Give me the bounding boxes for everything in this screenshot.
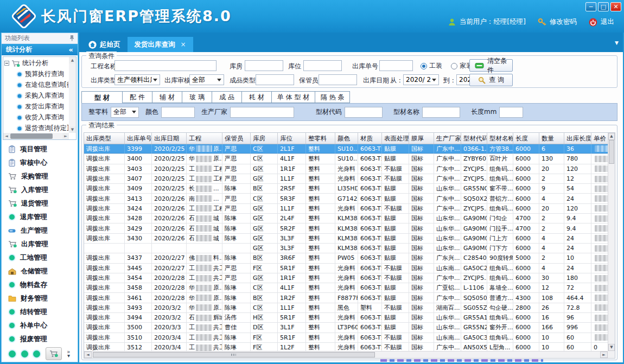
column-header-code[interactable]: 型材代码	[461, 133, 487, 144]
tree-root-item[interactable]: 统计分析	[4, 58, 68, 69]
table-row[interactable]: 调拨出库35002020/3/3工共工程曹佳D区3L1F整料LT3P606063…	[84, 323, 615, 333]
cart-quick-button[interactable]	[46, 347, 62, 360]
order-no-input[interactable]	[379, 60, 413, 71]
table-row[interactable]: 调拨出库34292020/2/26石城陈琳G区5R2F整料KLM38176063…	[84, 223, 615, 233]
scroll-up-icon[interactable]: ▲	[608, 133, 615, 140]
scrollbar-thumb[interactable]	[609, 140, 614, 164]
pin-icon[interactable]	[69, 35, 74, 41]
table-row[interactable]: 调拨出库34302020/2/26石城陈琳G区3L3F整料KLM38176063…	[84, 234, 615, 244]
scroll-right-icon[interactable]: ►	[62, 133, 69, 139]
tree-item[interactable]: 发货出库查询	[4, 101, 68, 112]
scroll-up-icon[interactable]: ▲	[69, 57, 76, 63]
change-password-button[interactable]: 修改密码	[538, 17, 577, 27]
manufacturer-input[interactable]	[230, 107, 294, 118]
table-vertical-scrollbar[interactable]: ▲ ▼	[608, 133, 615, 351]
date-from-select[interactable]: 2020/ 2/16	[403, 74, 439, 85]
column-header-color[interactable]: 颜色	[335, 133, 358, 144]
tab-list-dropdown-icon[interactable]: ▼	[615, 40, 619, 46]
sidebar-item-material-inventory[interactable]: 物料盘存	[2, 278, 78, 292]
column-header-film[interactable]: 膜厚	[409, 133, 434, 144]
collapse-icon[interactable]: «	[69, 46, 73, 54]
tree-vertical-scrollbar[interactable]: ▲ ▼	[69, 57, 76, 133]
table-row[interactable]: 调拨出库34032020/2/25工工程严思G区1R1F整料光身料6063-T5…	[84, 164, 615, 174]
table-row[interactable]: 调拨出库34582020/2/28华原...陈琳C区4L1F整料光身料6063-…	[84, 283, 615, 293]
sidebar-item-purchase-mgmt[interactable]: 采购管理	[2, 170, 78, 183]
table-row[interactable]: 调拨出库34932020/3/2华原...陈琳C区1L1F整料黑色塑料不贴膜国标…	[84, 303, 615, 313]
sidebar-item-return-stock-mgmt[interactable]: 退库管理	[2, 210, 78, 224]
keeper-input[interactable]	[319, 74, 357, 85]
profile-name-input[interactable]	[422, 107, 460, 118]
scrollbar-thumb[interactable]	[93, 352, 375, 357]
sidebar-item-carryover-mgmt[interactable]: 结转管理	[2, 305, 78, 319]
scroll-left-icon[interactable]: ◄	[3, 133, 10, 139]
search-button[interactable]: 查 询	[469, 74, 513, 86]
tab-home[interactable]: 起始页	[81, 37, 128, 52]
table-horizontal-scrollbar[interactable]: ◄ ►	[84, 351, 608, 358]
tree-item[interactable]: 退货查询[待定]	[4, 123, 68, 133]
scroll-down-icon[interactable]: ▼	[69, 126, 76, 133]
quick-item-icon[interactable]	[9, 350, 16, 357]
scrollbar-thumb[interactable]	[10, 133, 53, 139]
table-row[interactable]: 调拨出库34452020/2/27工共工程严思F区5R1F整料光身料6063-T…	[84, 264, 615, 273]
table-row[interactable]: G区3L3F整料KLM38176063-T5贴膜国标山东华...GA90M09.…	[84, 244, 615, 253]
table-row[interactable]: 调拨出库34942020/3/2石辉城汤伟H区5R1F整料光身料6063-T5贴…	[84, 313, 615, 323]
product-type-input[interactable]	[256, 74, 294, 85]
sidebar-item-inbound-mgmt[interactable]: 入库管理	[2, 183, 78, 197]
sidebar-item-reorder-center[interactable]: 补单中心	[2, 319, 78, 333]
sidebar-item-finance-mgmt[interactable]: 财务管理	[2, 292, 78, 305]
column-header-loc[interactable]: 库位	[278, 133, 306, 144]
sidebar-item-warehouse-mgmt[interactable]: 仓储管理	[2, 265, 78, 278]
table-row[interactable]: 调拨出库35102020/3/4工共工程陈琳F区5R1F整料光身料6063-T5…	[84, 333, 615, 343]
whole-part-select[interactable]: 全部	[111, 107, 139, 118]
column-header-keeper[interactable]: 保管员	[222, 133, 251, 144]
table-row[interactable]: 调拨出库34372020/2/27佛料...陈琳B区3R6F整料PW056063…	[84, 253, 615, 263]
table-row[interactable]: 调拨出库34242020/2/26工工程严思G区1L1F整料光身料6063-T5…	[84, 204, 615, 214]
maximize-button[interactable]: □	[598, 2, 609, 11]
close-button[interactable]: ✕	[610, 2, 621, 11]
table-row[interactable]: 调拨出库34612020/2/28华原...陈琳B区1R2F整料F8877FT6…	[84, 293, 615, 303]
tab-shipment-outbound-query[interactable]: 发货出库查询×	[128, 37, 193, 52]
material-tab-consumable[interactable]: 耗 材	[242, 91, 272, 103]
column-header-name[interactable]: 型材名称	[487, 133, 513, 144]
material-tab-accessory[interactable]: 配 件	[123, 91, 152, 103]
tree-horizontal-scrollbar[interactable]: ◄ ►	[3, 133, 69, 139]
column-header-wh[interactable]: 库房	[251, 133, 278, 144]
sidebar-item-production-mgmt[interactable]: 生产管理	[2, 224, 78, 238]
table-row[interactable]: 调拨出库34092020/2/25长...陈琳B区2R5F整料LI35HD606…	[84, 184, 615, 194]
table-row[interactable]: 调拨出库34002020/2/25华原...严思C区4L1F整料SU10...6…	[84, 154, 615, 164]
tree-item[interactable]: 在途信息查询[待	[4, 80, 68, 91]
sidebar-item-scrap-mgmt[interactable]: 报废管理	[2, 333, 78, 346]
table-row[interactable]: 调拨出库34072020/2/25工工程严思G区1L1F整料光身料6063-T5…	[84, 174, 615, 184]
material-tab-thermal-strip[interactable]: 隔 热 条	[315, 91, 350, 103]
table-row[interactable]: 调拨出库34132020/2/26南...严思C区5R3F整料G71422606…	[84, 194, 615, 203]
location-input[interactable]	[303, 60, 342, 71]
column-header-proj[interactable]: 工程	[187, 133, 222, 144]
column-header-surf[interactable]: 表面处理	[382, 133, 409, 144]
audit-select[interactable]: 全部	[189, 74, 224, 85]
column-header-mfr[interactable]: 生产厂家	[434, 133, 461, 144]
table-row[interactable]: 调拨出库34542020/2/28工共工程严思G区1R1F整料光身料6063-T…	[84, 273, 615, 283]
sidebar-item-return-goods-mgmt[interactable]: 退货管理	[2, 197, 78, 210]
project-name-input[interactable]	[114, 60, 217, 71]
material-tab-glass[interactable]: 玻 璃	[182, 91, 212, 103]
column-header-date[interactable]: 出库日期	[152, 133, 187, 144]
minimize-button[interactable]: ─	[585, 2, 596, 11]
sidebar-item-site-mgmt[interactable]: 工地管理	[2, 251, 78, 265]
column-header-qty[interactable]: 数量	[539, 133, 564, 144]
overflow-chevron[interactable]: »▾	[67, 350, 70, 357]
quick-item-icon[interactable]	[33, 350, 40, 357]
scroll-left-icon[interactable]: ◄	[84, 352, 92, 358]
scroll-right-icon[interactable]: ►	[600, 352, 608, 358]
sidebar-item-outbound-mgmt[interactable]: 出库管理	[2, 238, 78, 251]
material-tab-profile[interactable]: 型 材	[81, 91, 123, 104]
sidebar-item-project-mgmt[interactable]: 项目管理	[2, 143, 78, 156]
column-header-len[interactable]: 长度	[513, 133, 539, 144]
tree-item[interactable]: 采购入库查询	[4, 91, 68, 101]
column-header-type[interactable]: 出库类型	[84, 133, 125, 144]
stats-panel-header[interactable]: 统计分析 «	[2, 44, 78, 55]
logout-button[interactable]: 退出	[589, 17, 614, 27]
tree-item[interactable]: 收货入库查询	[4, 112, 68, 123]
sidebar-item-audit-center[interactable]: 审核中心	[2, 156, 78, 170]
material-tab-auxiliary[interactable]: 辅 材	[152, 91, 182, 103]
tree-item[interactable]: 预算执行查询	[4, 69, 68, 80]
